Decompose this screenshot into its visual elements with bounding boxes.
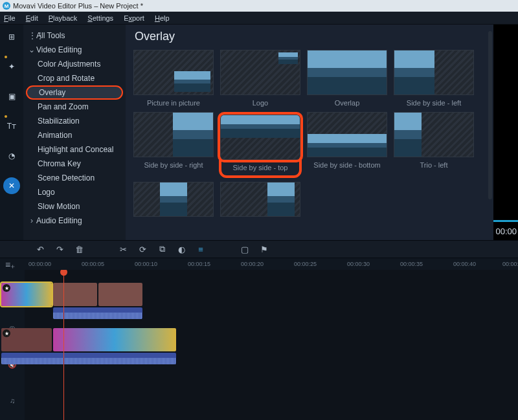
tool-strip: ⊞ ✦ ▣ Tᴛ ◔ ✕ [0,25,23,240]
card-side-bottom[interactable]: Side by side - bottom [306,112,388,178]
item-chroma-key[interactable]: Chroma Key [23,157,126,171]
menu-settings[interactable]: Settings [87,14,113,22]
clip-overlay-audio[interactable] [53,307,142,319]
clip-overlay-3[interactable] [98,283,142,306]
app-logo-icon: M [3,2,10,10]
item-scene-detection[interactable]: Scene Detection [23,171,126,185]
timeline-toolbar: ↶ ↷ 🗑 ✂ ⟳ ⧉ ◐ ≡ ▢ ⚑ [0,240,518,258]
gallery-scrollbar[interactable] [488,31,492,199]
item-color-adjustments[interactable]: Color Adjustments [23,57,126,71]
more-tools-icon[interactable]: ✕ [3,177,20,194]
menu-file[interactable]: File [4,14,16,22]
card-partial-2[interactable] [219,182,302,230]
redo-icon[interactable]: ↷ [54,244,65,254]
clip-overlay-2[interactable] [53,283,97,306]
menu-bar: File Edit Playback Settings Export Help [0,12,518,25]
item-crop-rotate[interactable]: Crop and Rotate [23,71,126,85]
item-animation[interactable]: Animation [23,128,126,142]
audio-track-icon[interactable]: ♫ [7,395,17,406]
card-trio-left[interactable]: Trio - left [392,112,475,178]
item-pan-zoom[interactable]: Pan and Zoom [23,100,126,114]
menu-help[interactable]: Help [155,14,170,22]
card-side-top[interactable]: Side by side - top [219,112,302,178]
tracks-area[interactable]: ◎ ◎ 🔇 ♫ ★ ★ [0,270,518,420]
record-icon[interactable]: ▢ [240,244,250,254]
titles-icon[interactable]: Tᴛ [3,118,20,135]
clip-video-1[interactable]: ★ [1,328,52,351]
card-side-right[interactable]: Side by side - right [132,112,215,178]
item-overlay[interactable]: Overlay [26,85,123,100]
star-icon: ★ [3,284,10,292]
card-logo[interactable]: Logo [219,50,302,108]
card-partial-1[interactable] [132,182,215,230]
video-editing-header[interactable]: ⌄Video Editing [23,43,126,57]
window-title: Movavi Video Editor Plus – New Project * [13,2,143,10]
gallery-heading: Overlay [135,30,493,43]
clip-overlay-1[interactable]: ★ [1,283,52,306]
menu-playback[interactable]: Playback [49,14,78,22]
overlay-gallery: Overlay Picture in picture Logo Overlap [126,25,493,240]
undo-icon[interactable]: ↶ [35,244,45,254]
marker-icon[interactable]: ⚑ [259,244,269,254]
audio-editing-header[interactable]: ›Audio Editing [23,214,126,228]
card-side-left[interactable]: Side by side - left [392,50,475,108]
delete-icon[interactable]: 🗑 [74,244,84,254]
add-track-icon[interactable]: ≡₊ [5,260,15,270]
rotate-icon[interactable]: ⟳ [137,244,148,254]
add-media-icon[interactable]: ⊞ [3,28,20,45]
star-icon: ★ [3,329,10,337]
transitions-icon[interactable]: ▣ [3,88,20,105]
tool-panel: ⋮⋮All Tools ⌄Video Editing Color Adjustm… [23,25,126,240]
menu-edit[interactable]: Edit [26,14,38,22]
item-logo[interactable]: Logo [23,185,126,199]
item-stabilization[interactable]: Stabilization [23,114,126,128]
timeline: ≡₊ 00:00:00 00:00:05 00:00:10 00:00:15 0… [0,258,518,420]
all-tools-header[interactable]: ⋮⋮All Tools [23,28,126,43]
playhead[interactable] [63,270,64,420]
clip-video-2[interactable] [53,328,176,351]
title-bar: M Movavi Video Editor Plus – New Project… [0,0,518,12]
menu-export[interactable]: Export [124,14,144,22]
crop-icon[interactable]: ⧉ [157,244,167,254]
clip-properties-icon[interactable]: ≡ [196,244,206,254]
filters-icon[interactable]: ✦ [3,58,20,75]
card-picture-in-picture[interactable]: Picture in picture [132,50,215,108]
clip-video-audio[interactable] [1,353,176,364]
card-overlap[interactable]: Overlap [306,50,388,108]
preview-timecode: 00:00 [495,227,517,236]
split-icon[interactable]: ✂ [118,244,128,254]
preview-panel: 00:00 [493,25,518,240]
item-slow-motion[interactable]: Slow Motion [23,199,126,214]
item-highlight-conceal[interactable]: Highlight and Conceal [23,142,126,157]
stickers-icon[interactable]: ◔ [3,148,20,164]
time-ruler[interactable]: ≡₊ 00:00:00 00:00:05 00:00:10 00:00:15 0… [0,258,518,270]
color-icon[interactable]: ◐ [176,244,186,254]
